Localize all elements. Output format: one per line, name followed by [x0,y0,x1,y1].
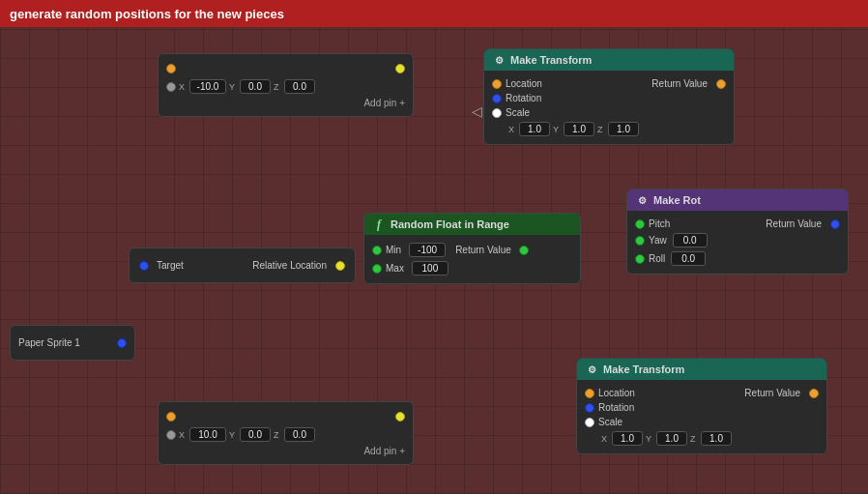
top-vec-node: X Y Z Add pin + [158,53,414,117]
mt1-scale-x[interactable] [519,122,550,136]
mt1-rot-pin[interactable] [492,94,502,103]
mt2-scale-z[interactable] [701,431,732,446]
target-out-pin[interactable] [335,261,345,271]
target-in-pin[interactable] [139,261,149,271]
top-y-input[interactable] [240,79,271,94]
mt2-return-pin[interactable] [809,389,819,398]
top-z-input[interactable] [284,79,315,94]
make-transform-1: ⚙ Make Transform Location Return Value R… [483,48,735,145]
top-vec-out-pin[interactable] [166,64,176,73]
bot-vec-out-pin[interactable] [166,412,176,421]
make-transform-2-header: ⚙ Make Transform [577,359,826,380]
make-transform-1-header: ⚙ Make Transform [484,49,734,71]
bot-y-input[interactable] [240,427,271,442]
mt2-scale-y[interactable] [656,431,687,446]
mr-yaw-pin[interactable] [635,236,645,246]
target-rel-node: Target Relative Location [129,247,356,283]
top-bar-title: generate random positions for the new pi… [10,7,284,21]
top-add-pin[interactable]: Add pin + [159,96,413,110]
mt2-loc-pin[interactable] [585,389,594,398]
bot-z-input[interactable] [284,427,315,442]
top-x-input[interactable] [189,79,226,94]
rf-min-input[interactable] [409,243,446,257]
mt1-scale-pin[interactable] [492,108,502,118]
mt2-rot-pin[interactable] [585,403,594,413]
mt1-scale-y[interactable] [564,122,594,136]
make-rot-header: ⚙ Make Rot [627,189,848,211]
mr-roll-val[interactable] [671,251,706,266]
mr-roll-pin[interactable] [635,254,645,264]
mt1-scale-z[interactable] [608,122,639,136]
paper-sprite-node: Paper Sprite 1 [10,325,135,361]
paper-sprite-out-pin[interactable] [117,338,127,348]
mr-pitch-pin[interactable] [635,219,645,229]
random-float-header: f Random Float in Range [364,214,580,235]
rf-min-pin[interactable] [372,246,382,255]
mr-yaw-val[interactable] [673,233,708,247]
top-vec-right-pin[interactable] [395,64,405,73]
bot-vec-in-pin[interactable] [166,430,176,440]
mt1-loc-pin[interactable] [492,79,502,89]
top-vec-in-pin[interactable] [166,82,176,92]
bot-vec-right-pin[interactable] [395,412,405,421]
rf-max-pin[interactable] [372,264,382,274]
left-arrow-hint: ◁ [472,103,482,119]
mt2-scale-x[interactable] [612,431,643,446]
rf-return-pin[interactable] [519,246,529,255]
bot-add-pin[interactable]: Add pin + [159,444,413,458]
bottom-vec-node: X Y Z Add pin + [158,401,414,465]
bot-x-input[interactable] [189,427,226,442]
random-float-node: f Random Float in Range Min Return Value… [363,213,581,284]
mt1-return-pin[interactable] [716,79,726,89]
make-transform-2: ⚙ Make Transform Location Return Value R… [576,358,827,454]
mr-return-pin[interactable] [830,219,840,229]
make-rot-node: ⚙ Make Rot Pitch Return Value Yaw Roll [626,189,849,275]
rf-max-input[interactable] [412,261,448,276]
mt2-scale-pin[interactable] [585,418,594,427]
top-bar: generate random positions for the new pi… [0,0,868,27]
